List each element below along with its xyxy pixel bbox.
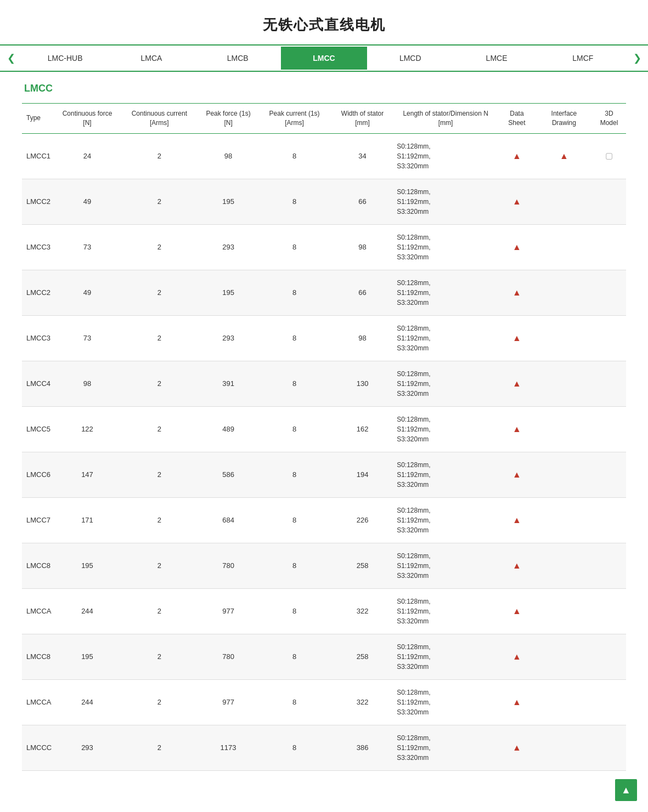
- cell-length: S0:128mm, S1:192mm, S3:320mm: [393, 725, 498, 770]
- pdf-icon[interactable]: ▲: [512, 333, 521, 343]
- cell-data-sheet[interactable]: ▲: [498, 179, 536, 224]
- table-row: LMCC49823918130S0:128mm, S1:192mm, S3:32…: [22, 361, 626, 406]
- table-row: LMCC717126848226S0:128mm, S1:192mm, S3:3…: [22, 497, 626, 543]
- cell-peak-force: 684: [199, 497, 257, 543]
- cell-3d-model[interactable]: ▢: [592, 133, 626, 179]
- nav-tab-lmcc[interactable]: LMCC: [281, 47, 367, 70]
- cell-data-sheet[interactable]: ▲: [498, 315, 536, 361]
- product-table: TypeContinuous force [N]Continuous curre…: [22, 103, 626, 771]
- pdf-icon[interactable]: ▲: [512, 151, 521, 161]
- nav-next-arrow[interactable]: ❯: [626, 46, 648, 71]
- pdf-icon[interactable]: ▲: [512, 606, 521, 616]
- cell-peak-force: 1173: [199, 725, 257, 770]
- cell-width: 322: [331, 679, 393, 725]
- cell-peak-current: 8: [257, 725, 331, 770]
- cell-cont-force: 195: [55, 543, 120, 588]
- file-icon[interactable]: ▢: [605, 151, 613, 160]
- cell-interface-drawing: [536, 361, 592, 406]
- cell-interface-drawing: [536, 452, 592, 497]
- cell-width: 34: [331, 133, 393, 179]
- cell-peak-current: 8: [257, 679, 331, 725]
- pdf-icon[interactable]: ▲: [512, 652, 521, 661]
- cell-length: S0:128mm, S1:192mm, S3:320mm: [393, 179, 498, 224]
- nav-tab-lmcf[interactable]: LMCF: [540, 47, 626, 70]
- table-header-3: Peak force (1s) [N]: [199, 104, 257, 134]
- table-row: LMCC614725868194S0:128mm, S1:192mm, S3:3…: [22, 452, 626, 497]
- cell-data-sheet[interactable]: ▲: [498, 725, 536, 770]
- cell-data-sheet[interactable]: ▲: [498, 270, 536, 315]
- cell-width: 130: [331, 361, 393, 406]
- cell-width: 258: [331, 634, 393, 679]
- table-row: LMCC2492195866S0:128mm, S1:192mm, S3:320…: [22, 179, 626, 224]
- cell-data-sheet[interactable]: ▲: [498, 497, 536, 543]
- cell-3d-model: [592, 315, 626, 361]
- pdf-icon[interactable]: ▲: [512, 424, 521, 434]
- cell-length: S0:128mm, S1:192mm, S3:320mm: [393, 543, 498, 588]
- cell-type: LMCCA: [22, 679, 55, 725]
- cell-length: S0:128mm, S1:192mm, S3:320mm: [393, 679, 498, 725]
- cell-cont-force: 147: [55, 452, 120, 497]
- cell-data-sheet[interactable]: ▲: [498, 133, 536, 179]
- cell-peak-force: 489: [199, 406, 257, 452]
- cell-length: S0:128mm, S1:192mm, S3:320mm: [393, 224, 498, 270]
- cell-cont-force: 244: [55, 679, 120, 725]
- cell-interface-drawing[interactable]: ▲: [536, 133, 592, 179]
- cell-type: LMCC7: [22, 497, 55, 543]
- pdf-icon[interactable]: ▲: [512, 197, 521, 206]
- cell-data-sheet[interactable]: ▲: [498, 679, 536, 725]
- pdf-icon[interactable]: ▲: [512, 561, 521, 570]
- cell-peak-current: 8: [257, 543, 331, 588]
- back-to-top-button[interactable]: ▲: [615, 779, 637, 793]
- cell-interface-drawing: [536, 679, 592, 725]
- cell-3d-model: [592, 452, 626, 497]
- cell-length: S0:128mm, S1:192mm, S3:320mm: [393, 315, 498, 361]
- cell-data-sheet[interactable]: ▲: [498, 361, 536, 406]
- cell-data-sheet[interactable]: ▲: [498, 406, 536, 452]
- cell-cont-force: 49: [55, 270, 120, 315]
- cell-cont-force: 73: [55, 224, 120, 270]
- cell-peak-current: 8: [257, 634, 331, 679]
- nav-tab-lmce[interactable]: LMCE: [453, 47, 539, 70]
- pdf-icon[interactable]: ▲: [512, 379, 521, 388]
- cell-data-sheet[interactable]: ▲: [498, 543, 536, 588]
- pdf-icon[interactable]: ▲: [512, 470, 521, 479]
- pdf-icon[interactable]: ▲: [512, 743, 521, 752]
- cell-type: LMCC3: [22, 224, 55, 270]
- nav-tab-lmcb[interactable]: LMCB: [195, 47, 281, 70]
- cell-interface-drawing: [536, 315, 592, 361]
- cell-data-sheet[interactable]: ▲: [498, 634, 536, 679]
- nav-tab-lmca[interactable]: LMCA: [108, 47, 194, 70]
- pdf-icon[interactable]: ▲: [512, 697, 521, 707]
- pdf-icon[interactable]: ▲: [512, 242, 521, 252]
- table-header-2: Continuous current [Arms]: [120, 104, 199, 134]
- cell-peak-force: 195: [199, 270, 257, 315]
- cell-cont-current: 2: [120, 133, 199, 179]
- cell-cont-force: 122: [55, 406, 120, 452]
- table-row: LMCC2492195866S0:128mm, S1:192mm, S3:320…: [22, 270, 626, 315]
- cell-type: LMCC5: [22, 406, 55, 452]
- cell-interface-drawing: [536, 179, 592, 224]
- cell-peak-force: 293: [199, 224, 257, 270]
- cell-peak-force: 293: [199, 315, 257, 361]
- page-title: 无铁心式直线电机: [0, 0, 648, 44]
- cell-data-sheet[interactable]: ▲: [498, 224, 536, 270]
- nav-tab-lmcd[interactable]: LMCD: [367, 47, 453, 70]
- cell-cont-force: 244: [55, 588, 120, 634]
- cell-peak-force: 977: [199, 588, 257, 634]
- pdf-icon[interactable]: ▲: [512, 288, 521, 297]
- table-header-6: Length of stator/Dimension N [mm]: [393, 104, 498, 134]
- cell-peak-current: 8: [257, 452, 331, 497]
- cell-width: 258: [331, 543, 393, 588]
- cell-cont-force: 24: [55, 133, 120, 179]
- cell-interface-drawing: [536, 634, 592, 679]
- cell-data-sheet[interactable]: ▲: [498, 452, 536, 497]
- cell-width: 162: [331, 406, 393, 452]
- pdf-icon[interactable]: ▲: [512, 515, 521, 525]
- cell-peak-current: 8: [257, 224, 331, 270]
- pdf-icon[interactable]: ▲: [560, 151, 568, 161]
- nav-prev-arrow[interactable]: ❮: [0, 46, 22, 71]
- cell-cont-current: 2: [120, 543, 199, 588]
- nav-tab-lmc-hub[interactable]: LMC-HUB: [22, 47, 108, 70]
- cell-data-sheet[interactable]: ▲: [498, 588, 536, 634]
- cell-length: S0:128mm, S1:192mm, S3:320mm: [393, 497, 498, 543]
